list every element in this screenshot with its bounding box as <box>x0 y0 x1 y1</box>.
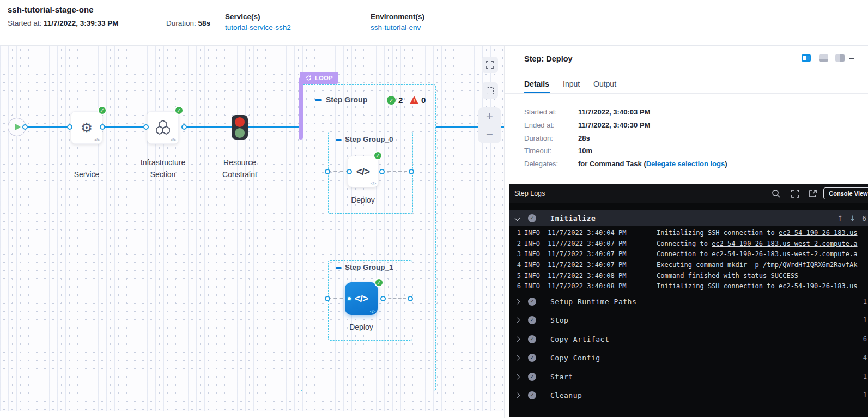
scroll-up-icon[interactable] <box>837 214 843 222</box>
flow-line <box>248 126 301 128</box>
code-icon: </> <box>356 166 369 178</box>
tab-output[interactable]: Output <box>593 80 616 88</box>
section-duration: 1 <box>863 373 867 380</box>
resource-label-line1: Resource <box>207 156 272 168</box>
tab-details[interactable]: Details <box>524 80 549 88</box>
fullscreen-icon <box>486 61 494 69</box>
connection-point[interactable] <box>347 169 352 174</box>
open-external-icon[interactable] <box>808 189 817 198</box>
scroll-down-icon[interactable] <box>849 214 855 222</box>
tab-input[interactable]: Input <box>563 80 580 88</box>
loop-icon <box>305 75 312 81</box>
layout-split-right-icon[interactable] <box>802 54 811 62</box>
connection-point[interactable] <box>408 296 413 301</box>
connection-point[interactable] <box>181 124 187 130</box>
panel-title: Step: Deploy <box>524 54 573 63</box>
log-line: 3INFO11/7/2022 3:40:07 PMConnection to e… <box>509 250 868 258</box>
collapse-icon[interactable] <box>315 99 322 101</box>
started-at: Started at: 11/7/2022, 3:39:33 PM <box>8 19 118 27</box>
layout-right-icon[interactable] <box>835 54 845 62</box>
stage-title: ssh-tutorial-stage-one <box>8 5 94 14</box>
log-section-initialize[interactable]: Initialize 6 <box>509 210 868 226</box>
connection-point[interactable] <box>143 124 149 130</box>
started-at-value: 11/7/2022, 3:39:33 PM <box>44 19 118 27</box>
zoom-in-button[interactable] <box>478 108 501 124</box>
section-duration: 1 <box>863 316 867 324</box>
log-link[interactable]: ec2-54-190-26-183.us-west-2.compute.a <box>712 240 857 247</box>
line-number: 5 <box>509 272 521 280</box>
minimize-icon[interactable] <box>849 58 854 59</box>
infrastructure-label-line2: Section <box>130 168 196 180</box>
section-name: Copy Artifact <box>550 335 609 343</box>
log-section-setup-runtime-paths[interactable]: Setup Runtime Paths 1 <box>509 294 868 309</box>
log-link[interactable]: ec2-54-190-26-183.us <box>779 282 858 290</box>
log-level: INFO <box>524 250 548 258</box>
log-section-copy-artifact[interactable]: Copy Artifact 6 <box>509 331 868 347</box>
service-link[interactable]: tutorial-service-ssh2 <box>225 23 291 32</box>
log-level: INFO <box>524 229 548 237</box>
section-name: Initialize <box>550 214 596 222</box>
delegate-selection-logs-link[interactable]: Delegate selection logs <box>646 160 725 168</box>
log-link[interactable]: ec2-54-190-26-183.us <box>779 229 858 237</box>
log-section-start[interactable]: Start 1 <box>509 369 868 384</box>
loop-badge-label: LOOP <box>315 75 333 81</box>
connection-point[interactable] <box>347 296 352 301</box>
chevron-right-icon <box>515 317 520 323</box>
console-view-button[interactable]: Console View <box>823 187 868 199</box>
log-line: 1INFO11/7/2022 3:40:04 PMInitializing SS… <box>509 229 868 237</box>
zoom-out-button[interactable] <box>478 126 501 143</box>
collapse-icon[interactable] <box>336 139 342 141</box>
connection-point[interactable] <box>379 169 385 174</box>
section-duration: 6 <box>863 335 867 343</box>
search-icon[interactable] <box>772 189 781 198</box>
success-check-icon <box>174 106 184 115</box>
section-check-icon <box>528 354 536 362</box>
stage-header: ssh-tutorial-stage-one Started at: 11/7/… <box>0 0 868 46</box>
connection-point[interactable] <box>380 296 386 301</box>
connection-point[interactable] <box>100 124 105 130</box>
selection-mode-button[interactable] <box>482 82 498 99</box>
line-number: 3 <box>509 250 521 258</box>
connection-point[interactable] <box>409 169 414 174</box>
connection-point[interactable] <box>22 124 28 130</box>
collapse-icon[interactable] <box>336 267 342 269</box>
pipeline-canvas[interactable]: ⚙ </> Service </> InfrastructureSection … <box>0 46 504 418</box>
loop-badge: LOOP <box>300 72 338 84</box>
duration-label: Duration: <box>166 19 198 27</box>
detail-value: 10m <box>578 147 592 155</box>
tabs-divider <box>505 93 868 94</box>
line-number: 1 <box>509 229 521 237</box>
infrastructure-node[interactable]: </> <box>147 111 179 144</box>
flow-line <box>25 126 71 128</box>
connection-point[interactable] <box>325 169 330 174</box>
section-duration: 1 <box>863 298 867 305</box>
dashed-connector <box>382 171 412 172</box>
step-logs-header: Step Logs Console View <box>509 184 868 203</box>
duration: Duration: 58s <box>166 19 210 27</box>
started-at-label: Started at: <box>8 19 44 27</box>
delegates-value: for Command Task (Delegate selection log… <box>578 160 727 168</box>
chevron-right-icon <box>515 392 520 398</box>
connection-point[interactable] <box>325 296 330 301</box>
log-section-cleanup[interactable]: Cleanup 1 <box>509 387 868 403</box>
fullscreen-button[interactable] <box>482 57 498 73</box>
connection-point[interactable] <box>67 124 72 130</box>
log-link[interactable]: ec2-54-190-26-183.us-west-2.compute.a <box>712 250 857 258</box>
canvas-scroll-track[interactable] <box>0 411 504 418</box>
step-group-1-label[interactable]: Step Group_1 <box>345 263 393 271</box>
warning-count: 0 <box>421 95 426 105</box>
step-group-label[interactable]: Step Group <box>326 95 367 104</box>
zoom-control <box>478 107 501 143</box>
environment-link[interactable]: ssh-tutorial-env <box>371 23 421 32</box>
detail-value: 11/7/2022, 3:40:03 PM <box>578 108 650 116</box>
step-group-0-label[interactable]: Step Group_0 <box>345 135 393 143</box>
step-group-container[interactable] <box>301 84 436 391</box>
log-section-stop[interactable]: Stop 1 <box>509 312 868 328</box>
layout-bottom-icon[interactable] <box>819 54 828 62</box>
expand-logs-icon[interactable] <box>791 189 800 198</box>
log-section-copy-config[interactable]: Copy Config 4 <box>509 350 868 365</box>
resource-constraint-node[interactable] <box>232 115 248 140</box>
code-badge-icon: </> <box>171 138 176 142</box>
service-node[interactable]: ⚙ </> <box>71 111 102 144</box>
log-message: Initializing SSH connection to <box>657 229 779 237</box>
